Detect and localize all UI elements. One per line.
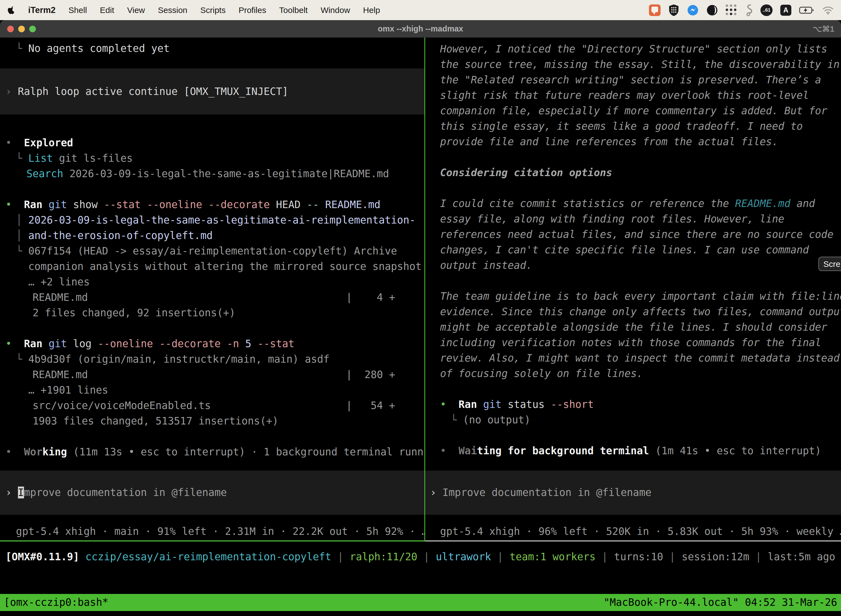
terminal-text-segment: 2026-03-09-is-legal-the-same-as-legitima…: [28, 214, 415, 226]
terminal-line: • Working (11m 13s • esc to interrupt) ·…: [6, 444, 424, 460]
shield-grid-icon[interactable]: [668, 4, 679, 16]
terminal-line: gpt-5.4 xhigh · 96% left · 520K in · 5.8…: [440, 524, 841, 539]
terminal-text-segment: --stat --oneline --decorate: [104, 199, 276, 211]
terminal-text-segment: 1903 files changed, 513517 insertions(+): [32, 415, 278, 427]
ralph-loop-prompt-box[interactable]: › Ralph loop active continue [OMX_TMUX_I…: [0, 69, 424, 114]
terminal-text-segment: slight risk that future readers may over…: [440, 89, 809, 101]
terminal-line: the "Related research writing" section i…: [440, 72, 841, 88]
terminal-text-segment: ralph:11/20: [350, 551, 417, 563]
menu-item-help[interactable]: Help: [363, 6, 380, 15]
terminal-text-segment: --stat: [258, 338, 294, 350]
terminal-line: The team guideline is to back every impo…: [440, 289, 841, 304]
terminal-line: • Ran git log --oneline --decorate -n 5 …: [6, 336, 424, 352]
dots-grid-icon[interactable]: [726, 4, 737, 16]
menu-item-profiles[interactable]: Profiles: [239, 6, 266, 15]
terminal-line: Considering citation options: [440, 165, 841, 180]
terminal-text-segment: the source tree, missing the essay. Stil…: [440, 59, 840, 70]
zoom-button[interactable]: [29, 26, 36, 32]
tmux-status-bar: [omx-cczip0:bash* "MacBook-Pro-44.local"…: [0, 594, 841, 611]
terminal-text-segment: of focusing solely on file lines.: [440, 368, 643, 380]
menu-item-scripts[interactable]: Scripts: [200, 6, 226, 15]
terminal-text-segment: └: [16, 353, 28, 365]
terminal-line: └ No agents completed yet: [6, 41, 424, 56]
squiggle-icon[interactable]: [745, 4, 753, 16]
terminal-text-segment: review. Also, I might want to inspect th…: [440, 352, 840, 364]
left-pane[interactable]: └ No agents completed yet › Ralph loop a…: [0, 38, 424, 540]
terminal-text-segment: (no output): [463, 414, 530, 426]
terminal-line: essay file, along with finding root file…: [440, 211, 841, 227]
terminal-text-segment: Wor: [24, 446, 42, 458]
menu-item-toolbelt[interactable]: Toolbelt: [279, 6, 308, 15]
terminal-text-segment: mprove documentation in @filename: [24, 487, 227, 499]
wifi-icon[interactable]: [822, 6, 834, 15]
terminal-line: [440, 150, 841, 165]
left-pane-top-output: └ No agents completed yet: [6, 41, 424, 56]
screen-overlay-button[interactable]: Scre: [818, 257, 841, 271]
close-button[interactable]: [7, 26, 14, 32]
terminal-text-segment: git ls-files: [53, 153, 133, 164]
terminal-text-segment: evidence. Since this change only affects…: [440, 306, 841, 318]
terminal-line: › Improve documentation in @filename: [6, 485, 424, 500]
battery-icon[interactable]: [799, 6, 815, 14]
tmux-host-clock-label: "MacBook-Pro-44.local" 04:52 31-Mar-26: [604, 594, 837, 611]
terminal-text-segment: and-the-erosion-of-copyleft.md: [28, 230, 212, 242]
right-pane-output: However, I noticed the "Directory Struct…: [440, 41, 841, 459]
terminal-text-segment: 5: [245, 338, 258, 350]
terminal-line: Search 2026-03-09-is-legal-the-same-as-l…: [6, 166, 424, 182]
terminal-text-segment: •: [6, 199, 24, 211]
terminal-text-segment: ›: [6, 487, 18, 499]
macos-menu-bar: iTerm2 Shell Edit View Session Scripts P…: [0, 0, 841, 20]
terminal-text-segment: this single essay, it seems like a good …: [440, 120, 803, 132]
terminal-text-segment: [477, 399, 483, 411]
apple-menu-icon[interactable]: [8, 6, 15, 15]
pane-divider[interactable]: [424, 38, 425, 541]
terminal-line: › Improve documentation in @filename: [430, 485, 841, 500]
terminal-text-segment: --: [307, 199, 325, 211]
messenger-bolt-icon[interactable]: [687, 4, 699, 16]
minimize-button[interactable]: [18, 26, 25, 32]
right-input-box[interactable]: › Improve documentation in @filename: [425, 471, 841, 515]
terminal-text-segment: [79, 551, 85, 563]
terminal-text-segment: Ran: [24, 199, 42, 211]
terminal-line: │ and-the-erosion-of-copyleft.md: [6, 228, 424, 243]
terminal-line: 2 files changed, 92 insertions(+): [6, 305, 424, 321]
left-input-box[interactable]: › Improve documentation in @filename: [0, 471, 424, 515]
badge-61-icon[interactable]: ..61: [760, 4, 772, 16]
input-source-icon[interactable]: A: [780, 5, 791, 16]
menu-item-session[interactable]: Session: [158, 6, 188, 15]
terminal-text-segment: ›: [430, 487, 442, 499]
terminal-line: › Ralph loop active continue [OMX_TMUX_I…: [6, 84, 424, 99]
terminal-text-segment: Ralph loop active continue [OMX_TMUX_INJ…: [18, 85, 288, 97]
terminal-line: [440, 381, 841, 397]
menu-item-edit[interactable]: Edit: [100, 6, 114, 15]
menu-item-window[interactable]: Window: [321, 6, 350, 15]
menu-item-iterm2[interactable]: iTerm2: [28, 5, 56, 15]
terminal-text-segment: king: [42, 446, 67, 458]
terminal-text-segment: 067f154 (HEAD -> essay/ai-reimplementati…: [28, 245, 397, 257]
terminal-line: the source tree, missing the essay. Stil…: [440, 57, 841, 72]
terminal-line: companion analysis without altering the …: [6, 259, 424, 274]
right-pane[interactable]: However, I noticed the "Directory Struct…: [425, 38, 841, 540]
terminal-text-segment: --short: [551, 399, 594, 411]
terminal-line: … +2 lines: [6, 274, 424, 290]
terminal-text-segment: └: [16, 153, 28, 164]
terminal-text-segment: •: [6, 137, 24, 149]
terminal-line: of focusing solely on file lines.: [440, 366, 841, 381]
chat-icon[interactable]: [649, 4, 661, 16]
menu-item-view[interactable]: View: [127, 6, 145, 15]
terminal-text-segment: git: [48, 199, 67, 211]
pie-crescent-icon[interactable]: [706, 4, 718, 16]
terminal-text-segment: --oneline --decorate: [98, 338, 227, 350]
terminal-line: companion file, especially if more comme…: [440, 103, 841, 119]
window-title-bar: omx --xhigh --madmax ⌥⌘1: [0, 20, 841, 38]
terminal-text-segment: companion file, especially if more comme…: [440, 105, 827, 117]
terminal-line: … +1901 lines: [6, 383, 424, 398]
menu-item-shell[interactable]: Shell: [69, 6, 87, 15]
terminal-text-segment: However, I noticed the "Directory Struct…: [440, 43, 827, 55]
window-title: omx --xhigh --madmax: [378, 24, 463, 34]
terminal-line: │ 2026-03-09-is-legal-the-same-as-legiti…: [6, 213, 424, 228]
terminal-text-segment: (11m 13s • esc to interrupt) · 1 backgro…: [67, 446, 424, 458]
terminal-text-segment: |: [418, 551, 436, 563]
terminal-text-segment: status: [502, 399, 551, 411]
terminal-text-segment: I: [18, 487, 24, 499]
